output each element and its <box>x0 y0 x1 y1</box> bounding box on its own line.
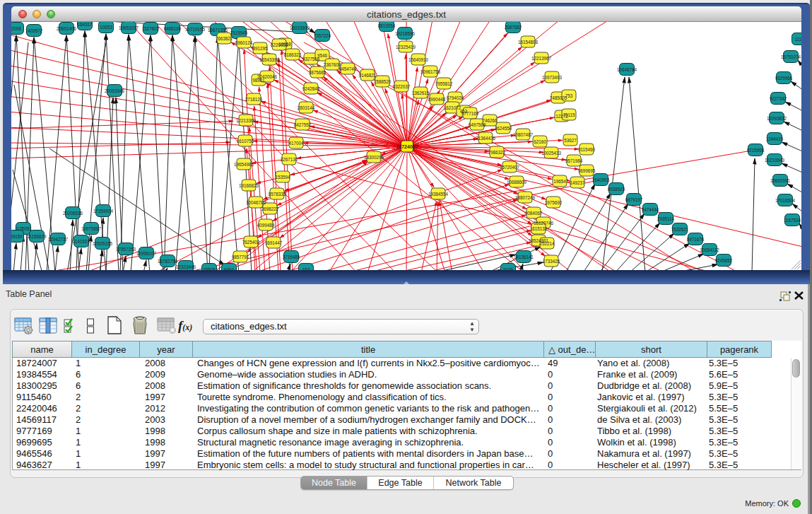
svg-text:2935114: 2935114 <box>657 216 675 221</box>
svg-text:8322037: 8322037 <box>393 84 411 89</box>
svg-text:9474444: 9474444 <box>642 207 659 212</box>
svg-text:8471676: 8471676 <box>687 237 705 242</box>
svg-text:12213967: 12213967 <box>531 56 552 61</box>
svg-text:16120746: 16120746 <box>534 221 554 226</box>
svg-text:15692991: 15692991 <box>770 178 791 183</box>
svg-text:9227342: 9227342 <box>770 96 787 101</box>
svg-text:39159: 39159 <box>11 234 23 239</box>
svg-text:3875685: 3875685 <box>309 70 326 75</box>
svg-text:746266: 746266 <box>482 118 498 123</box>
svg-text:7515545: 7515545 <box>230 30 248 35</box>
svg-text:9245: 9245 <box>503 267 514 271</box>
svg-text:9146821: 9146821 <box>359 73 377 78</box>
svg-text:11156829: 11156829 <box>27 234 47 239</box>
svg-text:7357224: 7357224 <box>314 33 331 38</box>
svg-text:17359924: 17359924 <box>93 209 114 214</box>
svg-text:15720407: 15720407 <box>500 165 520 170</box>
svg-text:417004: 417004 <box>288 141 304 146</box>
svg-text:12093832: 12093832 <box>767 116 787 121</box>
svg-text:12325419: 12325419 <box>396 45 416 49</box>
svg-text:9546: 9546 <box>317 53 328 58</box>
svg-text:1588520: 1588520 <box>374 79 392 84</box>
svg-text:17016504: 17016504 <box>775 198 796 203</box>
svg-text:10046786: 10046786 <box>246 200 266 205</box>
svg-text:10961758: 10961758 <box>420 69 441 74</box>
svg-text:75115: 75115 <box>563 112 575 117</box>
svg-text:18807249: 18807249 <box>515 195 536 200</box>
svg-text:1527602: 1527602 <box>142 26 160 31</box>
svg-text:1141519: 1141519 <box>73 239 90 244</box>
svg-text:6497568: 6497568 <box>469 122 486 127</box>
svg-text:9857791: 9857791 <box>232 255 249 259</box>
svg-text:10653: 10653 <box>100 25 112 30</box>
svg-text:15640910: 15640910 <box>408 57 429 62</box>
svg-text:21364436: 21364436 <box>476 136 496 141</box>
svg-text:19218596: 19218596 <box>395 31 416 36</box>
svg-text:1362615: 1362615 <box>412 90 430 95</box>
svg-text:164317: 164317 <box>77 22 93 27</box>
svg-text:753: 753 <box>565 93 573 98</box>
svg-text:16154808: 16154808 <box>518 40 539 45</box>
svg-text:6794024: 6794024 <box>447 95 464 100</box>
svg-text:1615132: 1615132 <box>530 226 548 231</box>
svg-text:7625402: 7625402 <box>242 240 260 245</box>
svg-text:8813054: 8813054 <box>378 23 396 28</box>
svg-text:1167534: 1167534 <box>784 218 801 223</box>
svg-text:53627: 53627 <box>564 138 577 143</box>
svg-text:15751074: 15751074 <box>781 54 801 59</box>
svg-text:8215958: 8215958 <box>747 148 765 153</box>
svg-text:16782759: 16782759 <box>158 259 178 264</box>
svg-text:10688609: 10688609 <box>507 180 527 185</box>
svg-text:1621072: 1621072 <box>444 105 461 110</box>
svg-text:2803144: 2803144 <box>298 105 315 110</box>
svg-text:3698222: 3698222 <box>261 206 279 211</box>
svg-text:12323446: 12323446 <box>176 264 196 269</box>
svg-text:2718126: 2718126 <box>245 97 263 102</box>
svg-text:1975692: 1975692 <box>545 200 563 205</box>
svg-text:152: 152 <box>302 267 310 271</box>
svg-text:10025433: 10025433 <box>541 151 562 156</box>
svg-text:6466160: 6466160 <box>164 26 182 31</box>
svg-text:16543392: 16543392 <box>259 57 280 62</box>
svg-text:15505: 15505 <box>203 267 216 271</box>
svg-text:20053346: 20053346 <box>105 88 125 93</box>
svg-text:4099489: 4099489 <box>257 223 275 228</box>
svg-text:9777169: 9777169 <box>461 111 479 116</box>
svg-text:19654985: 19654985 <box>234 162 254 167</box>
svg-text:8938923: 8938923 <box>608 187 625 192</box>
svg-text:9464: 9464 <box>224 267 235 271</box>
svg-text:10648784: 10648784 <box>617 67 637 72</box>
svg-text:9699695: 9699695 <box>578 168 596 173</box>
svg-text:3267130: 3267130 <box>281 157 298 162</box>
svg-text:12505155: 12505155 <box>93 241 113 246</box>
svg-text:6879197: 6879197 <box>625 197 643 202</box>
svg-text:20691406: 20691406 <box>57 26 77 31</box>
svg-text:10654112: 10654112 <box>700 247 719 252</box>
svg-text:12942737: 12942737 <box>48 237 69 242</box>
svg-text:1244415: 1244415 <box>766 136 784 141</box>
svg-text:9084067: 9084067 <box>525 211 543 216</box>
svg-text:3624554: 3624554 <box>495 126 512 131</box>
svg-text:10719155: 10719155 <box>185 27 206 32</box>
svg-text:8990448: 8990448 <box>428 97 446 102</box>
svg-text:10807487: 10807487 <box>513 132 534 137</box>
svg-text:1405572: 1405572 <box>25 28 43 33</box>
svg-text:149237: 149237 <box>570 180 585 185</box>
svg-text:7955812: 7955812 <box>435 81 453 86</box>
svg-text:1610755: 1610755 <box>237 139 254 144</box>
svg-text:1117: 1117 <box>794 37 801 42</box>
svg-text:9115460: 9115460 <box>578 147 596 152</box>
svg-text:3716485: 3716485 <box>283 255 300 259</box>
svg-text:7986322: 7986322 <box>488 150 506 155</box>
svg-text:10973493: 10973493 <box>542 75 563 80</box>
svg-text:16671355: 16671355 <box>208 28 228 33</box>
svg-text:1640953: 1640953 <box>592 177 610 182</box>
svg-text:252214: 252214 <box>539 241 555 246</box>
svg-text:17957253: 17957253 <box>116 247 136 252</box>
svg-text:19654: 19654 <box>553 179 566 184</box>
svg-text:1691447: 1691447 <box>265 240 283 245</box>
svg-text:22420046: 22420046 <box>257 74 278 79</box>
svg-text:2687682: 2687682 <box>505 25 522 30</box>
svg-text:12213369: 12213369 <box>236 118 257 123</box>
svg-text:10210643: 10210643 <box>765 158 785 163</box>
